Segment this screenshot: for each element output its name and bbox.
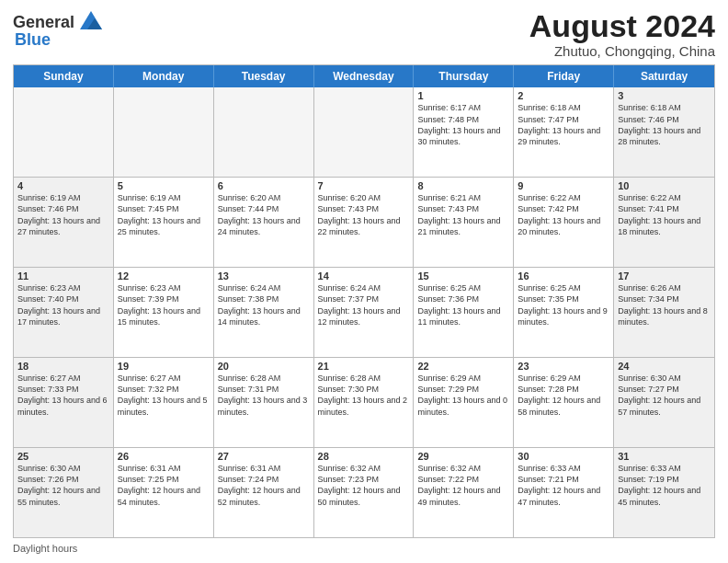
cell-info: Sunrise: 6:30 AM Sunset: 7:27 PM Dayligh… [618, 373, 711, 418]
cal-cell-2-5: 16Sunrise: 6:25 AM Sunset: 7:35 PM Dayli… [514, 268, 614, 357]
day-number: 2 [518, 90, 609, 101]
week-row-3: 18Sunrise: 6:27 AM Sunset: 7:33 PM Dayli… [14, 357, 714, 447]
day-number: 15 [417, 270, 509, 282]
cal-cell-1-0: 4Sunrise: 6:19 AM Sunset: 7:46 PM Daylig… [14, 178, 114, 267]
day-number: 26 [118, 451, 210, 462]
cell-info: Sunrise: 6:19 AM Sunset: 7:46 PM Dayligh… [17, 192, 109, 237]
cell-info: Sunrise: 6:28 AM Sunset: 7:30 PM Dayligh… [318, 373, 410, 418]
day-number: 28 [318, 451, 410, 462]
cell-info: Sunrise: 6:31 AM Sunset: 7:24 PM Dayligh… [218, 463, 310, 508]
cell-info: Sunrise: 6:23 AM Sunset: 7:40 PM Dayligh… [17, 282, 109, 327]
cal-cell-0-5: 2Sunrise: 6:18 AM Sunset: 7:47 PM Daylig… [514, 87, 614, 177]
cell-info: Sunrise: 6:21 AM Sunset: 7:43 PM Dayligh… [417, 192, 509, 237]
day-number: 14 [318, 270, 410, 282]
day-number: 21 [318, 361, 410, 372]
page: General Blue August 2024 Zhutuo, Chongqi… [0, 0, 728, 563]
day-number: 31 [618, 451, 711, 462]
logo-icon [78, 9, 104, 35]
cal-cell-0-4: 1Sunrise: 6:17 AM Sunset: 7:48 PM Daylig… [414, 87, 514, 177]
day-number: 6 [218, 180, 310, 191]
cell-info: Sunrise: 6:27 AM Sunset: 7:32 PM Dayligh… [118, 373, 210, 418]
day-number: 5 [118, 180, 210, 191]
cal-cell-2-0: 11Sunrise: 6:23 AM Sunset: 7:40 PM Dayli… [14, 268, 114, 357]
cell-info: Sunrise: 6:29 AM Sunset: 7:29 PM Dayligh… [417, 373, 509, 418]
day-number: 30 [518, 451, 609, 462]
cal-cell-4-6: 31Sunrise: 6:33 AM Sunset: 7:19 PM Dayli… [614, 448, 714, 537]
day-number: 12 [118, 270, 210, 282]
header-day-saturday: Saturday [614, 65, 714, 87]
cal-cell-3-1: 19Sunrise: 6:27 AM Sunset: 7:32 PM Dayli… [114, 358, 214, 447]
day-number: 4 [17, 180, 109, 191]
cell-info: Sunrise: 6:24 AM Sunset: 7:37 PM Dayligh… [318, 282, 410, 327]
cal-cell-2-1: 12Sunrise: 6:23 AM Sunset: 7:39 PM Dayli… [114, 268, 214, 357]
cal-cell-3-5: 23Sunrise: 6:29 AM Sunset: 7:28 PM Dayli… [514, 358, 614, 447]
day-number: 24 [618, 361, 711, 372]
day-number: 10 [618, 180, 711, 191]
cell-info: Sunrise: 6:32 AM Sunset: 7:22 PM Dayligh… [417, 463, 509, 508]
day-number: 1 [417, 90, 509, 101]
week-row-4: 25Sunrise: 6:30 AM Sunset: 7:26 PM Dayli… [14, 447, 714, 537]
day-number: 27 [218, 451, 310, 462]
cal-cell-4-5: 30Sunrise: 6:33 AM Sunset: 7:21 PM Dayli… [514, 448, 614, 537]
week-row-2: 11Sunrise: 6:23 AM Sunset: 7:40 PM Dayli… [14, 267, 714, 357]
cell-info: Sunrise: 6:31 AM Sunset: 7:25 PM Dayligh… [118, 463, 210, 508]
cal-cell-2-4: 15Sunrise: 6:25 AM Sunset: 7:36 PM Dayli… [414, 268, 514, 357]
header-day-monday: Monday [114, 65, 214, 87]
cal-cell-1-5: 9Sunrise: 6:22 AM Sunset: 7:42 PM Daylig… [514, 178, 614, 267]
calendar-body: 1Sunrise: 6:17 AM Sunset: 7:48 PM Daylig… [14, 87, 714, 537]
cell-info: Sunrise: 6:33 AM Sunset: 7:21 PM Dayligh… [518, 463, 609, 508]
day-number: 18 [17, 361, 109, 372]
week-row-0: 1Sunrise: 6:17 AM Sunset: 7:48 PM Daylig… [14, 87, 714, 177]
cal-cell-0-6: 3Sunrise: 6:18 AM Sunset: 7:46 PM Daylig… [614, 87, 714, 177]
header: General Blue August 2024 Zhutuo, Chongqi… [13, 9, 715, 59]
footer-label: Daylight hours [13, 543, 77, 554]
cal-cell-1-1: 5Sunrise: 6:19 AM Sunset: 7:45 PM Daylig… [114, 178, 214, 267]
cell-info: Sunrise: 6:20 AM Sunset: 7:44 PM Dayligh… [218, 192, 310, 237]
day-number: 19 [118, 361, 210, 372]
cal-cell-0-0 [14, 87, 114, 177]
calendar: SundayMondayTuesdayWednesdayThursdayFrid… [13, 64, 715, 538]
logo: General Blue [13, 9, 104, 48]
cal-cell-4-0: 25Sunrise: 6:30 AM Sunset: 7:26 PM Dayli… [14, 448, 114, 537]
cell-info: Sunrise: 6:18 AM Sunset: 7:47 PM Dayligh… [518, 102, 609, 147]
cell-info: Sunrise: 6:22 AM Sunset: 7:42 PM Dayligh… [518, 192, 609, 237]
cell-info: Sunrise: 6:25 AM Sunset: 7:35 PM Dayligh… [518, 282, 609, 327]
day-number: 11 [17, 270, 109, 282]
cal-cell-2-6: 17Sunrise: 6:26 AM Sunset: 7:34 PM Dayli… [614, 268, 714, 357]
cell-info: Sunrise: 6:25 AM Sunset: 7:36 PM Dayligh… [417, 282, 509, 327]
cell-info: Sunrise: 6:29 AM Sunset: 7:28 PM Dayligh… [518, 373, 609, 418]
cal-cell-4-1: 26Sunrise: 6:31 AM Sunset: 7:25 PM Dayli… [114, 448, 214, 537]
day-number: 29 [417, 451, 509, 462]
month-year: August 2024 [529, 9, 715, 43]
calendar-header: SundayMondayTuesdayWednesdayThursdayFrid… [14, 65, 714, 87]
day-number: 13 [218, 270, 310, 282]
day-number: 22 [417, 361, 509, 372]
cell-info: Sunrise: 6:26 AM Sunset: 7:34 PM Dayligh… [618, 282, 711, 327]
cell-info: Sunrise: 6:27 AM Sunset: 7:33 PM Dayligh… [17, 373, 109, 418]
cal-cell-4-2: 27Sunrise: 6:31 AM Sunset: 7:24 PM Dayli… [214, 448, 314, 537]
cal-cell-3-2: 20Sunrise: 6:28 AM Sunset: 7:31 PM Dayli… [214, 358, 314, 447]
cell-info: Sunrise: 6:23 AM Sunset: 7:39 PM Dayligh… [118, 282, 210, 327]
header-day-friday: Friday [514, 65, 614, 87]
header-day-thursday: Thursday [414, 65, 514, 87]
cell-info: Sunrise: 6:22 AM Sunset: 7:41 PM Dayligh… [618, 192, 711, 237]
cal-cell-2-3: 14Sunrise: 6:24 AM Sunset: 7:37 PM Dayli… [314, 268, 415, 357]
cal-cell-2-2: 13Sunrise: 6:24 AM Sunset: 7:38 PM Dayli… [214, 268, 314, 357]
day-number: 8 [417, 180, 509, 191]
cal-cell-1-4: 8Sunrise: 6:21 AM Sunset: 7:43 PM Daylig… [414, 178, 514, 267]
header-day-sunday: Sunday [14, 65, 114, 87]
cell-info: Sunrise: 6:17 AM Sunset: 7:48 PM Dayligh… [417, 102, 509, 147]
title-block: August 2024 Zhutuo, Chongqing, China [529, 9, 715, 59]
day-number: 9 [518, 180, 609, 191]
cell-info: Sunrise: 6:20 AM Sunset: 7:43 PM Dayligh… [318, 192, 410, 237]
day-number: 20 [218, 361, 310, 372]
footer: Daylight hours [13, 543, 715, 554]
day-number: 23 [518, 361, 609, 372]
header-day-tuesday: Tuesday [214, 65, 314, 87]
week-row-1: 4Sunrise: 6:19 AM Sunset: 7:46 PM Daylig… [14, 177, 714, 267]
cal-cell-3-0: 18Sunrise: 6:27 AM Sunset: 7:33 PM Dayli… [14, 358, 114, 447]
cal-cell-3-4: 22Sunrise: 6:29 AM Sunset: 7:29 PM Dayli… [414, 358, 514, 447]
day-number: 3 [618, 90, 711, 101]
cell-info: Sunrise: 6:19 AM Sunset: 7:45 PM Dayligh… [118, 192, 210, 237]
cal-cell-4-4: 29Sunrise: 6:32 AM Sunset: 7:22 PM Dayli… [414, 448, 514, 537]
